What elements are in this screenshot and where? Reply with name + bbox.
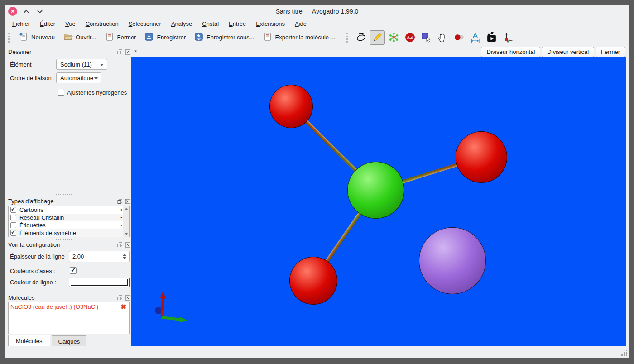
- bond-spheres-icon: [453, 32, 465, 43]
- avogadro-window: ✕ Sans titre — Avogadro 1.99.0 FichierÉd…: [5, 5, 629, 358]
- measure-tool-button[interactable]: [467, 30, 483, 45]
- float-icon: [117, 49, 123, 55]
- display-type-label: Réseau Cristallin: [19, 214, 118, 221]
- menu-construction[interactable]: Construction: [82, 19, 123, 29]
- panel-close-button[interactable]: [125, 49, 130, 55]
- display-types-scrollbar[interactable]: [123, 206, 129, 237]
- axes-colors-checkbox[interactable]: [70, 267, 77, 274]
- clapperboard-icon: [486, 32, 497, 43]
- line-color-label: Couleur de ligne :: [10, 279, 56, 286]
- menu-vue[interactable]: Vue: [61, 19, 80, 29]
- menubar: FichierÉditerVueConstructionSélectionner…: [8, 18, 311, 29]
- oxygen-atom[interactable]: [456, 131, 507, 183]
- dock-splitter-handle[interactable]: [56, 292, 72, 292]
- display-type-row[interactable]: Étiquettes•••: [9, 221, 129, 229]
- dock-splitter-handle[interactable]: [56, 194, 72, 195]
- toolbar-drag-handle[interactable]: [8, 33, 12, 43]
- delete-molecule-icon[interactable]: ✖: [120, 303, 126, 311]
- toolbar-drag-handle[interactable]: [346, 33, 351, 43]
- menu-fichier[interactable]: Fichier: [8, 19, 34, 29]
- viewport-header-strip: * Diviseur horizontalDiviseur verticalFe…: [131, 46, 626, 57]
- label-tool-button[interactable]: AaI: [402, 30, 418, 45]
- modified-indicator: *: [134, 48, 137, 56]
- menu-slectionner[interactable]: Sélectionner: [125, 19, 165, 29]
- diviseur-vertical-button[interactable]: Diviseur vertical: [542, 47, 594, 57]
- view-config-panel-header: Voir la configuration: [8, 241, 130, 249]
- align-tool-button[interactable]: [500, 30, 515, 45]
- display-type-row[interactable]: Réseau Cristallin•••: [9, 214, 129, 221]
- select-tool-button[interactable]: [418, 30, 434, 45]
- panel-float-button[interactable]: [117, 242, 123, 248]
- element-label: Élément :: [10, 61, 35, 68]
- toolbar-button-label: Enregistrer: [157, 34, 186, 41]
- enregistrer-button[interactable]: Enregistrer: [140, 30, 190, 45]
- tab-calques[interactable]: Calques: [52, 335, 87, 348]
- adjust-hydrogens-label: Ajuster les hydrogènes: [67, 89, 127, 96]
- display-type-row[interactable]: Cartoons•••: [9, 206, 129, 214]
- toolbar: NouveauOuvrir...FermerEnregistrerEnregis…: [5, 29, 629, 46]
- element-value: Sodium (11): [60, 61, 92, 68]
- panel-title: Molécules: [8, 294, 115, 301]
- enregistrersous-button[interactable]: Enregistrer sous...: [190, 30, 259, 45]
- sodium-atom[interactable]: [419, 227, 486, 294]
- exporterlamolécule-button[interactable]: Exporter la molécule ...: [259, 30, 340, 45]
- panel-close-button[interactable]: [125, 295, 130, 301]
- chlorine-atom[interactable]: [347, 162, 404, 219]
- menu-cristal[interactable]: Cristal: [198, 19, 223, 29]
- display-type-label: Cartoons: [19, 206, 118, 213]
- panel-title: Voir la configuration: [8, 241, 115, 248]
- manipulate-tool-button[interactable]: [435, 30, 450, 45]
- adjust-hydrogens-checkbox[interactable]: [58, 89, 64, 96]
- resize-grip[interactable]: [621, 350, 627, 356]
- float-icon: [117, 295, 123, 301]
- animation-tool-button[interactable]: [484, 30, 499, 45]
- bond-centric-tool-button[interactable]: [451, 30, 466, 45]
- viewport: * Diviseur horizontalDiviseur verticalFe…: [131, 46, 626, 346]
- menu-entre[interactable]: Entrée: [225, 19, 250, 29]
- line-color-button[interactable]: [69, 278, 130, 287]
- navigate-tool-button[interactable]: [353, 30, 369, 45]
- nouveau-button[interactable]: Nouveau: [14, 30, 59, 45]
- line-width-label: Épaisseur de la ligne :: [10, 253, 68, 260]
- bond-order-label: Ordre de liaison :: [10, 75, 55, 81]
- oxygen-atom[interactable]: [269, 85, 313, 128]
- molecule-3d-view[interactable]: [131, 57, 626, 346]
- template-tool-button[interactable]: [386, 30, 401, 45]
- menu-diter[interactable]: Éditer: [36, 19, 59, 29]
- line-width-spinbox[interactable]: 2,00: [69, 251, 130, 262]
- fermer-button[interactable]: Fermer: [101, 30, 140, 45]
- float-icon: [117, 242, 123, 248]
- molecule-list-item[interactable]: NaClO3 (eau de javel :) (O3NaCl)✖: [9, 302, 129, 311]
- ouvrir-button[interactable]: Ouvrir...: [59, 30, 101, 45]
- doc-new-icon: [19, 32, 29, 43]
- panel-title: Dessiner: [8, 48, 115, 55]
- panel-close-button[interactable]: [125, 198, 130, 204]
- template-molecule-icon: [388, 32, 399, 43]
- display-type-checkbox[interactable]: [10, 207, 16, 213]
- dock-tabs: MoléculesCalques: [8, 335, 88, 348]
- display-type-checkbox[interactable]: [10, 215, 16, 220]
- diviseur-horizontal-button[interactable]: Diviseur horizontal: [481, 47, 540, 57]
- menu-extensions[interactable]: Extensions: [252, 19, 289, 29]
- left-dock: Dessiner Élément : Sodium (11) Ordre de …: [6, 46, 131, 349]
- menu-analyse[interactable]: Analyse: [167, 19, 196, 29]
- display-type-row[interactable]: Éléments de symétrie: [9, 229, 129, 237]
- line-width-value: 2,00: [72, 253, 84, 260]
- bond-order-select[interactable]: Automatique: [56, 72, 101, 83]
- panel-float-button[interactable]: [117, 49, 123, 55]
- draw-tool-button[interactable]: [370, 30, 385, 45]
- toolbar-button-label: Fermer: [117, 34, 136, 41]
- element-select[interactable]: Sodium (11): [56, 59, 107, 70]
- menu-aide[interactable]: Aide: [291, 19, 311, 29]
- display-type-checkbox[interactable]: [10, 230, 16, 236]
- panel-float-button[interactable]: [117, 295, 123, 301]
- oxygen-atom[interactable]: [289, 257, 337, 305]
- panel-close-button[interactable]: [125, 242, 130, 248]
- panel-float-button[interactable]: [117, 198, 123, 204]
- fermer-button[interactable]: Fermer: [596, 47, 625, 57]
- dock-splitter-handle[interactable]: [56, 239, 72, 240]
- display-type-checkbox[interactable]: [10, 222, 16, 228]
- tab-molcules[interactable]: Molécules: [8, 335, 50, 348]
- titlebar[interactable]: ✕ Sans titre — Avogadro 1.99.0: [5, 5, 629, 18]
- close-icon: [125, 242, 130, 248]
